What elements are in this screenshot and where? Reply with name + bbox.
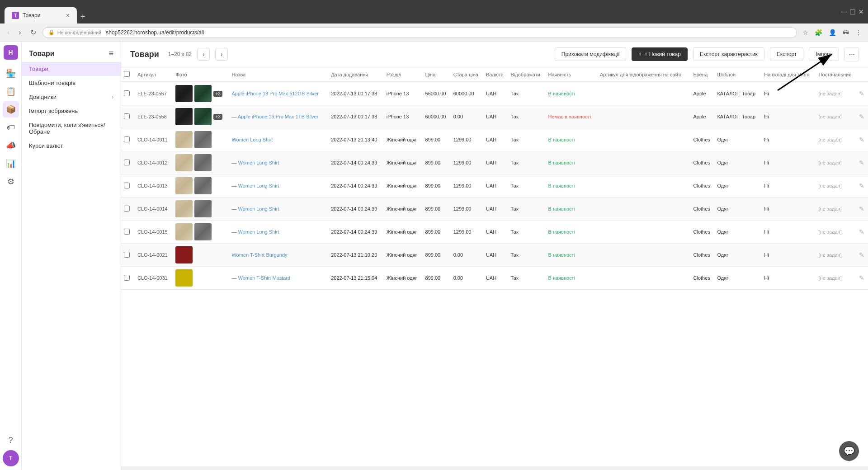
- row-product-name[interactable]: — Apple iPhone 13 Pro Max 1TB Silver: [229, 105, 328, 128]
- browser-toolbar: ‹ › ↻ 🔒 Не конфіденційний shop52262.horo…: [0, 24, 868, 42]
- row-product-name[interactable]: Women T-Shirt Burgundy: [229, 244, 328, 267]
- product-thumbnail: [175, 85, 193, 102]
- extensions-icon[interactable]: 🧩: [813, 27, 824, 38]
- forward-button[interactable]: ›: [16, 27, 24, 38]
- horizontal-scrollbar[interactable]: [121, 466, 868, 470]
- product-name-link[interactable]: Women Long Shirt: [231, 137, 273, 142]
- row-checkbox-6[interactable]: [124, 229, 130, 235]
- nav-store[interactable]: 🏪: [3, 65, 19, 81]
- nav-user[interactable]: T: [3, 450, 19, 466]
- sidebar-item-currency[interactable]: Курси валют: [22, 139, 121, 153]
- minimize-button[interactable]: ─: [841, 7, 847, 17]
- row-template: Одяг: [714, 151, 761, 174]
- product-name-link[interactable]: Women Long Shirt: [238, 183, 279, 188]
- product-name-link[interactable]: Women Long Shirt: [238, 160, 279, 165]
- tab-close-button[interactable]: ×: [66, 12, 70, 19]
- row-date: 2022-07-13 00:17:38: [328, 82, 384, 105]
- row-edit-cell: ✎: [856, 267, 868, 290]
- profile-icon[interactable]: 👤: [827, 27, 838, 38]
- row-product-name[interactable]: — Women Long Shirt: [229, 197, 328, 221]
- new-product-button[interactable]: + + Новий товар: [632, 47, 687, 61]
- nav-stats[interactable]: 📊: [3, 155, 19, 172]
- incognito-icon[interactable]: 🕶: [841, 27, 851, 38]
- select-all-header[interactable]: [121, 67, 135, 82]
- row-product-name[interactable]: Women Long Shirt: [229, 128, 328, 151]
- row-old-price: 0.00: [451, 105, 483, 128]
- sidebar-item-products[interactable]: Товари: [22, 62, 121, 76]
- menu-icon[interactable]: ⋮: [854, 27, 863, 38]
- sidebar-item-import-images[interactable]: Імпорт зображень: [22, 104, 121, 118]
- product-name-link[interactable]: Women Long Shirt: [238, 206, 279, 212]
- products-table-body: ELE-23-0557+3Apple iPhone 13 Pro Max 512…: [121, 82, 868, 290]
- row-date: 2022-07-14 00:24:39: [328, 221, 384, 244]
- nav-help[interactable]: ?: [3, 432, 19, 448]
- nav-settings[interactable]: ⚙: [3, 174, 19, 190]
- row-old-price: 1299.00: [451, 174, 483, 197]
- pagination-prev-button[interactable]: ‹: [197, 48, 210, 61]
- hide-modifications-button[interactable]: Приховати модифікації: [555, 47, 627, 61]
- row-checkbox-5[interactable]: [124, 206, 130, 212]
- product-name-link[interactable]: Women T-Shirt Mustard: [238, 275, 290, 281]
- row-article: CLO-14-0021: [135, 244, 173, 267]
- product-name-link[interactable]: Apple iPhone 13 Pro Max 512GB Silver: [231, 91, 319, 96]
- active-tab[interactable]: T Товари ×: [5, 7, 77, 24]
- sidebar-item-references[interactable]: Довідники ›: [22, 90, 121, 104]
- row-checkbox-3[interactable]: [124, 160, 130, 165]
- row-product-name[interactable]: Apple iPhone 13 Pro Max 512GB Silver: [229, 82, 328, 105]
- row-checkbox-1[interactable]: [124, 113, 130, 119]
- row-checkbox-8[interactable]: [124, 275, 130, 281]
- import-button[interactable]: Імпорт: [809, 47, 839, 61]
- nav-tags[interactable]: 🏷: [3, 119, 19, 136]
- sidebar-item-product-templates[interactable]: Шаблони товарів: [22, 76, 121, 90]
- row-brand: Clothes: [691, 174, 715, 197]
- nav-products[interactable]: 📦: [3, 101, 19, 118]
- address-bar[interactable]: 🔒 Не конфіденційний shop52262.horoshop.u…: [42, 27, 797, 38]
- row-product-name[interactable]: — Women Long Shirt: [229, 221, 328, 244]
- edit-icon[interactable]: ✎: [859, 274, 864, 282]
- sidebar-toggle-button[interactable]: ≡: [108, 49, 113, 58]
- export-button[interactable]: Експорт: [770, 47, 803, 61]
- pagination-next-button[interactable]: ›: [215, 48, 228, 61]
- product-name-link[interactable]: Women T-Shirt Burgundy: [231, 252, 287, 258]
- bookmark-icon[interactable]: ☆: [801, 27, 810, 38]
- product-name-link[interactable]: Apple iPhone 13 Pro Max 1TB Silver: [238, 114, 319, 119]
- nav-orders[interactable]: 📋: [3, 83, 19, 99]
- more-options-button[interactable]: ⋯: [844, 47, 859, 61]
- row-brand: Clothes: [691, 151, 715, 174]
- dash-prefix: —: [231, 160, 238, 165]
- edit-icon[interactable]: ✎: [859, 205, 864, 212]
- row-checkbox-0[interactable]: [124, 90, 130, 96]
- edit-icon[interactable]: ✎: [859, 228, 864, 235]
- edit-icon[interactable]: ✎: [859, 251, 864, 258]
- sidebar-item-notify[interactable]: Повідомити, коли з'явиться/ Обране: [22, 118, 121, 139]
- row-product-name[interactable]: — Women T-Shirt Mustard: [229, 267, 328, 290]
- product-name-link[interactable]: Women Long Shirt: [238, 229, 279, 235]
- maximize-button[interactable]: □: [850, 7, 855, 17]
- export-characteristics-button[interactable]: Експорт характеристик: [693, 47, 764, 61]
- new-tab-button[interactable]: +: [77, 10, 89, 24]
- sidebar-item-product-templates-label: Шаблони товарів: [29, 80, 75, 86]
- row-availability: В наявності: [546, 244, 597, 267]
- reload-button[interactable]: ↻: [28, 26, 39, 38]
- edit-icon[interactable]: ✎: [859, 113, 864, 120]
- row-article: CLO-14-0013: [135, 174, 173, 197]
- row-prom: Ні: [761, 267, 816, 290]
- row-product-name[interactable]: — Women Long Shirt: [229, 151, 328, 174]
- row-checkbox-4[interactable]: [124, 183, 130, 188]
- photo-count-badge: +3: [213, 91, 222, 97]
- close-window-button[interactable]: ×: [859, 7, 863, 17]
- select-all-checkbox[interactable]: [124, 71, 130, 77]
- edit-icon[interactable]: ✎: [859, 182, 864, 189]
- edit-icon[interactable]: ✎: [859, 159, 864, 166]
- edit-icon[interactable]: ✎: [859, 90, 864, 97]
- products-table-wrapper: Артикул Фото Назва Дата додавання Розділ…: [121, 67, 868, 466]
- row-product-name[interactable]: — Women Long Shirt: [229, 174, 328, 197]
- edit-icon[interactable]: ✎: [859, 136, 864, 143]
- back-button[interactable]: ‹: [5, 27, 12, 38]
- row-checkbox-7[interactable]: [124, 252, 130, 258]
- chat-button[interactable]: 💬: [839, 441, 859, 461]
- row-checkbox-2[interactable]: [124, 136, 130, 142]
- nav-marketing[interactable]: 📣: [3, 137, 19, 154]
- product-thumbnail: [194, 154, 212, 171]
- row-brand: Clothes: [691, 197, 715, 221]
